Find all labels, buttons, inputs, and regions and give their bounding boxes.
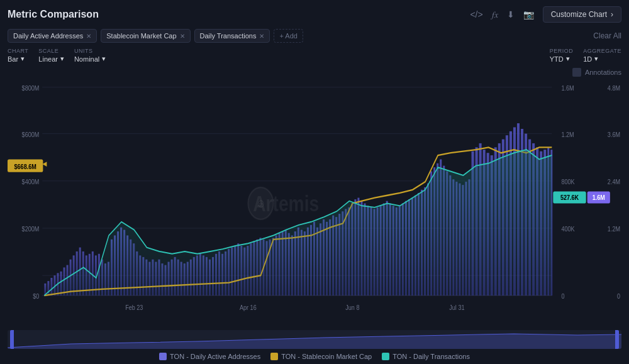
svg-text:$800M: $800M <box>22 84 40 92</box>
chevron-down-icon: ▾ <box>21 55 25 63</box>
chevron-down-icon: ▾ <box>594 55 598 63</box>
camera-icon[interactable]: 📷 <box>523 9 534 19</box>
chevron-right-icon: › <box>611 10 613 19</box>
svg-text:800K: 800K <box>561 178 574 185</box>
svg-text:$200M: $200M <box>22 225 40 233</box>
header: Metric Comparison </> 𝑓𝑥 ⬇ 📷 Customize C… <box>8 6 621 23</box>
customize-chart-button[interactable]: Customize Chart › <box>543 6 621 23</box>
legend-item-stablecoin: TON - Stablecoin Market Cap <box>270 353 372 360</box>
svg-text:1.2M: 1.2M <box>561 131 574 138</box>
legend-item-transactions: TON - Daily Transactions <box>382 353 470 360</box>
chart-area: $800M $600M $400M $200M $0 1.6M 1.2M 800… <box>8 79 621 328</box>
legend-dot-addresses <box>159 353 167 360</box>
code-icon[interactable]: </> <box>470 9 482 19</box>
annotations-label: Annotations <box>585 69 621 76</box>
units-control: UNITS Nominal ▾ <box>74 48 106 63</box>
page-title: Metric Comparison <box>8 9 99 20</box>
chart-svg: $800M $600M $400M $200M $0 1.6M 1.2M 800… <box>8 79 621 328</box>
svg-text:527.6K: 527.6K <box>560 194 579 201</box>
svg-text:$600M: $600M <box>22 131 40 138</box>
svg-text:1.2M: 1.2M <box>608 225 620 233</box>
svg-text:0: 0 <box>617 292 620 300</box>
svg-text:3.6M: 3.6M <box>608 131 620 138</box>
svg-text:⊕: ⊕ <box>257 197 264 209</box>
aggregate-select[interactable]: 1D ▾ <box>583 55 621 63</box>
mini-chart-handle-right[interactable] <box>615 330 619 349</box>
svg-text:400K: 400K <box>561 225 574 233</box>
mini-chart[interactable] <box>8 330 621 349</box>
controls-right: PERIOD YTD ▾ AGGREGATE 1D ▾ <box>550 48 621 63</box>
legend-dot-transactions <box>382 353 389 360</box>
svg-text:0: 0 <box>561 292 564 300</box>
chart-type-select[interactable]: Bar ▾ <box>8 55 28 63</box>
controls-row: CHART Bar ▾ SCALE Linear ▾ UNITS Nominal… <box>8 48 621 63</box>
formula-icon[interactable]: 𝑓𝑥 <box>492 9 498 20</box>
scale-label: SCALE <box>38 48 64 54</box>
svg-text:Jun 8: Jun 8 <box>345 304 359 311</box>
header-icons: </> 𝑓𝑥 ⬇ 📷 Customize Chart › <box>470 6 621 23</box>
svg-text:$0: $0 <box>33 292 39 300</box>
svg-text:1.6M: 1.6M <box>593 194 605 201</box>
aggregate-control: AGGREGATE 1D ▾ <box>583 48 621 63</box>
remove-daily-active-button[interactable]: ✕ <box>86 33 91 40</box>
svg-text:Apr 16: Apr 16 <box>240 304 257 311</box>
chart-label: CHART <box>8 48 28 54</box>
period-select[interactable]: YTD ▾ <box>550 55 574 63</box>
download-icon[interactable]: ⬇ <box>507 9 515 19</box>
aggregate-label: AGGREGATE <box>583 48 621 54</box>
legend-dot-stablecoin <box>270 353 278 360</box>
svg-text:4.8M: 4.8M <box>608 84 620 92</box>
svg-marker-186 <box>42 162 47 167</box>
annotations-row: Annotations <box>8 68 621 77</box>
units-label: UNITS <box>74 48 106 54</box>
tag-transactions[interactable]: Daily Transactions ✕ <box>194 29 270 43</box>
svg-text:1.6M: 1.6M <box>561 84 574 92</box>
legend-item-addresses: TON - Daily Active Addresses <box>159 353 260 360</box>
units-select[interactable]: Nominal ▾ <box>74 55 106 63</box>
svg-text:2.4M: 2.4M <box>608 178 620 185</box>
svg-text:$668.6M: $668.6M <box>14 163 36 170</box>
svg-marker-193 <box>8 334 621 349</box>
svg-text:Feb 23: Feb 23 <box>125 304 143 311</box>
tags-container: Daily Active Addresses ✕ Stablecoin Mark… <box>8 29 303 43</box>
clear-all-button[interactable]: Clear All <box>593 31 621 40</box>
tag-stablecoin[interactable]: Stablecoin Market Cap ✕ <box>101 29 190 43</box>
period-control: PERIOD YTD ▾ <box>550 48 574 63</box>
svg-text:Jul 31: Jul 31 <box>449 304 464 311</box>
controls-left: CHART Bar ▾ SCALE Linear ▾ UNITS Nominal… <box>8 48 106 63</box>
add-metric-button[interactable]: + Add <box>274 29 303 43</box>
tag-daily-active[interactable]: Daily Active Addresses ✕ <box>8 29 97 43</box>
svg-text:$400M: $400M <box>22 178 40 185</box>
remove-transactions-button[interactable]: ✕ <box>259 33 264 40</box>
period-label: PERIOD <box>550 48 574 54</box>
remove-stablecoin-button[interactable]: ✕ <box>180 33 185 40</box>
mini-chart-handle-left[interactable] <box>10 330 14 349</box>
chart-type-control: CHART Bar ▾ <box>8 48 28 63</box>
scale-control: SCALE Linear ▾ <box>38 48 64 63</box>
chevron-down-icon: ▾ <box>60 55 64 63</box>
chevron-down-icon: ▾ <box>566 55 570 63</box>
legend-row: TON - Daily Active Addresses TON - Stabl… <box>8 353 621 360</box>
chevron-down-icon: ▾ <box>102 55 106 63</box>
scale-select[interactable]: Linear ▾ <box>38 55 64 63</box>
annotations-checkbox[interactable] <box>572 68 581 77</box>
tags-row: Daily Active Addresses ✕ Stablecoin Mark… <box>8 29 621 43</box>
